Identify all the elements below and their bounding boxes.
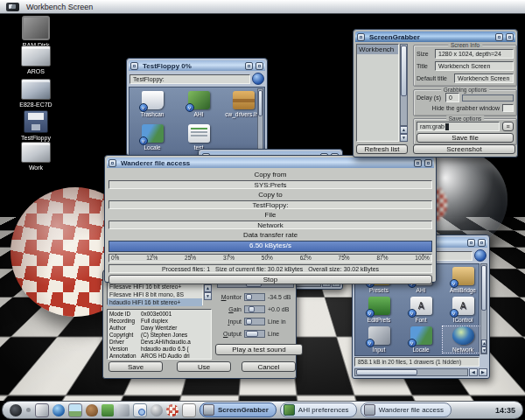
scrollbar-knob[interactable] bbox=[356, 369, 417, 375]
refresh-list-button[interactable]: Refresh list bbox=[356, 144, 408, 154]
documents-icon[interactable] bbox=[182, 403, 196, 417]
save-path-text: ram:grab bbox=[420, 123, 444, 130]
iconify-button[interactable] bbox=[414, 159, 422, 167]
prefs-icon-amibridge[interactable]: AmiBridge bbox=[443, 267, 483, 293]
mascot-icon[interactable] bbox=[86, 404, 98, 416]
use-button[interactable]: Use bbox=[177, 361, 231, 372]
file-icon-locale[interactable]: Locale bbox=[131, 124, 173, 150]
taskbar: ScreenGrabber AHI preferences Wanderer f… bbox=[2, 401, 523, 419]
find-file-icon[interactable] bbox=[133, 403, 147, 417]
delay-slider[interactable] bbox=[462, 94, 514, 102]
mode-item[interactable]: Filesave HiFi 8 bit mono, 8S bbox=[108, 290, 202, 298]
folder-icon[interactable] bbox=[102, 404, 114, 416]
scrollbar-knob[interactable] bbox=[258, 90, 262, 116]
path-menu-button[interactable] bbox=[252, 73, 264, 85]
vertical-scrollbar[interactable] bbox=[257, 88, 263, 155]
vertical-scrollbar[interactable]: ▲ ▼ bbox=[480, 263, 487, 354]
mode-list-scrollbar[interactable]: ▲ ▼ bbox=[204, 284, 212, 300]
iconify-button[interactable] bbox=[245, 62, 253, 70]
prefs-icon-network-selected[interactable]: Network bbox=[443, 326, 483, 353]
mode-item-selected[interactable]: hdaudio HiFi 16 bit stereo+ bbox=[108, 298, 202, 306]
horizontal-scrollbar[interactable]: ◀ ▶ bbox=[354, 368, 487, 376]
prefs-icon-icontrol[interactable]: A IControl bbox=[443, 297, 483, 323]
path-menu-button[interactable] bbox=[474, 249, 486, 262]
depth-button[interactable] bbox=[424, 159, 432, 167]
sphere-icon[interactable] bbox=[150, 404, 163, 416]
desktop-icon-label: TestFloppy bbox=[7, 135, 65, 141]
file-icon-ahi[interactable]: AHI bbox=[178, 91, 220, 117]
prefs-icon-input[interactable]: Input bbox=[359, 326, 399, 353]
boing-ball-icon[interactable] bbox=[166, 404, 178, 416]
save-path-field[interactable]: ram:grab bbox=[416, 122, 500, 131]
screengrabber-titlebar[interactable]: ScreenGrabber bbox=[355, 32, 515, 42]
monitor-slider[interactable] bbox=[244, 293, 265, 301]
task-ahi-preferences[interactable]: AHI preferences bbox=[280, 402, 357, 417]
file-icon-label: AHI bbox=[178, 111, 220, 117]
desktop-icon-ram-disk[interactable]: RAM Disk bbox=[7, 16, 65, 48]
screen-list-item-selected[interactable]: Workbench bbox=[357, 45, 398, 54]
close-button[interactable] bbox=[108, 159, 116, 167]
screen-list-scrollbar[interactable]: ▲ ▼ bbox=[400, 44, 408, 142]
path-field[interactable]: TestFloppy: bbox=[130, 74, 250, 84]
scroll-up-icon[interactable]: ▲ bbox=[400, 126, 408, 134]
delay-field[interactable]: 0 bbox=[445, 93, 459, 102]
screen-list[interactable]: Workbench bbox=[356, 44, 399, 142]
locale-prefs-icon bbox=[410, 326, 432, 345]
file-icon-trashcan[interactable]: Trashcan bbox=[131, 91, 173, 117]
scroll-down-icon[interactable]: ▼ bbox=[204, 292, 212, 300]
current-file-field: Network bbox=[108, 220, 432, 229]
desktop-icon-e828[interactable]: E828-EC7D bbox=[7, 79, 65, 108]
iconify-button[interactable] bbox=[495, 33, 503, 41]
hide-grabber-checkbox[interactable] bbox=[502, 104, 514, 112]
progress-scale: 0% 12% 25% 37% 50% 62% 75% 87% 100% bbox=[108, 254, 432, 262]
prefs-icon-locale[interactable]: Locale bbox=[401, 326, 441, 353]
transfer-titlebar[interactable]: Wanderer file access bbox=[107, 158, 434, 168]
scroll-up-icon[interactable]: ▲ bbox=[481, 340, 486, 346]
screengrabber-window: ScreenGrabber Workbench ▲ ▼ Refresh list… bbox=[353, 29, 518, 158]
dot-icon[interactable] bbox=[26, 408, 31, 412]
scroll-down-icon[interactable]: ▼ bbox=[400, 134, 408, 142]
menubar[interactable]: Workbench Screen bbox=[0, 0, 525, 14]
prefs-icon-editprefs[interactable]: EditPrefs bbox=[359, 297, 399, 323]
screenshot-button[interactable]: Screenshot bbox=[413, 144, 515, 154]
file-icon-test[interactable]: test bbox=[178, 124, 220, 150]
play-test-sound-button[interactable]: Play a test sound bbox=[215, 344, 303, 355]
picture-icon[interactable] bbox=[68, 403, 82, 417]
stop-button[interactable]: Stop bbox=[108, 275, 432, 284]
file-popup-button[interactable]: ≡ bbox=[502, 122, 514, 131]
info-label: Recording bbox=[109, 318, 141, 325]
task-label: AHI preferences bbox=[298, 406, 349, 414]
output-slider[interactable] bbox=[244, 330, 265, 338]
gain-slider[interactable] bbox=[244, 305, 265, 313]
prefs-icon-label: Input bbox=[359, 346, 399, 353]
close-button[interactable] bbox=[130, 62, 138, 70]
desktop-icon-aros[interactable]: AROS bbox=[7, 46, 65, 74]
aros-menu-icon[interactable] bbox=[10, 404, 22, 416]
cancel-button[interactable]: Cancel bbox=[242, 361, 296, 372]
prefs-icon-font[interactable]: A Font bbox=[401, 297, 441, 323]
desktop-icon-testfloppy[interactable]: TestFloppy bbox=[7, 110, 65, 141]
cube-icon[interactable] bbox=[35, 403, 49, 417]
info-label: Version bbox=[109, 346, 141, 353]
task-wanderer-file-access[interactable]: Wanderer file access bbox=[360, 402, 452, 417]
scrollbar-knob[interactable] bbox=[481, 265, 486, 311]
scroll-right-icon[interactable]: ▶ bbox=[479, 368, 487, 376]
globe-icon[interactable] bbox=[52, 404, 65, 416]
copy-to-label: Copy to bbox=[108, 191, 432, 199]
save-button[interactable]: Save bbox=[108, 361, 163, 372]
desktop-icon-work[interactable]: Work bbox=[7, 142, 65, 171]
close-button[interactable] bbox=[357, 33, 365, 41]
tools-icon[interactable] bbox=[117, 404, 130, 416]
scrollbar-knob[interactable] bbox=[401, 46, 407, 96]
task-screengrabber[interactable]: ScreenGrabber bbox=[200, 402, 276, 417]
scroll-down-icon[interactable]: ▼ bbox=[481, 346, 486, 354]
iconify-button[interactable] bbox=[467, 239, 475, 247]
depth-button[interactable] bbox=[256, 62, 263, 70]
input-slider[interactable] bbox=[244, 318, 265, 326]
depth-button[interactable] bbox=[478, 239, 486, 247]
testfloppy-titlebar[interactable]: TestFloppy 0% bbox=[129, 60, 265, 71]
save-file-button[interactable]: Save file bbox=[416, 133, 514, 143]
scroll-left-icon[interactable]: ◀ bbox=[469, 368, 478, 376]
testfloppy-window: TestFloppy 0% TestFloppy: Trashcan AHI c… bbox=[126, 58, 268, 156]
depth-button[interactable] bbox=[506, 33, 514, 41]
